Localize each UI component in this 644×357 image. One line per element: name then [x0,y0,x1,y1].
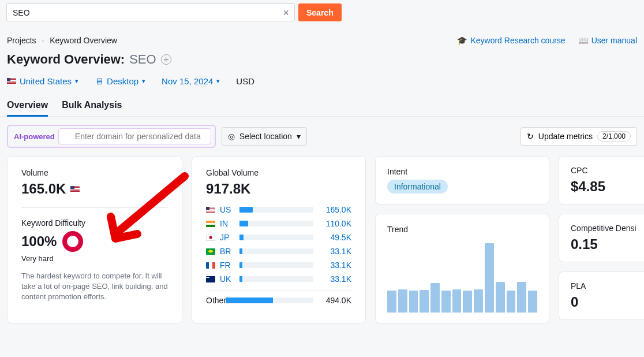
clear-icon[interactable]: × [283,8,289,18]
country-volume: 33.1K [318,274,351,284]
update-metrics-button[interactable]: ↻ Update metrics 2/1,000 [521,127,637,146]
volume-card: Volume 165.0K Keyword Difficulty 100% Ve… [7,156,182,323]
global-volume-row[interactable]: BR33.1K [206,247,351,256]
add-keyword-icon[interactable] [161,54,171,65]
trend-bar [398,289,407,313]
bar [239,235,313,240]
cpc-value: $4.85 [571,178,639,195]
kd-value: 100% [21,233,57,250]
country-volume: 165.0K [318,205,351,214]
kd-label: Keyword Difficulty [21,218,168,228]
us-flag-icon [70,186,80,192]
date-filter-label: Nov 15, 2024 [162,76,213,86]
competitive-density-card: Competitive Densi 0.15 [559,214,644,262]
trend-bar [517,282,526,313]
graduation-cap-icon: 🎓 [457,36,467,45]
uk-flag-icon [206,276,215,282]
country-volume: 110.0K [318,219,351,228]
global-volume-row[interactable]: IN110.0K [206,219,351,228]
country-code: IN [220,219,235,228]
kd-ring-icon [62,231,83,252]
us-flag-icon [206,207,215,213]
ai-powered-label: AI-powered [14,132,55,141]
bar [239,276,313,282]
intent-card: Intent Informational [375,156,549,204]
pla-label: PLA [571,281,639,291]
trend-bar [441,291,451,313]
country-volume: 49.5K [318,233,351,242]
device-filter-label: Desktop [107,76,138,86]
global-volume-row[interactable]: UK33.1K [206,274,351,284]
pla-value: 0 [571,294,639,310]
page-title: Keyword Overview: [7,52,125,67]
cpc-card: CPC $4.85 [559,156,644,204]
course-link-label: Keyword Research course [470,36,565,45]
book-icon: 📖 [578,36,588,45]
search-button[interactable]: Search [298,3,342,21]
kd-description: The hardest keyword to compete for. It w… [21,271,168,303]
location-select[interactable]: ◎ Select location ▾ [222,127,307,146]
device-filter[interactable]: 🖥 Desktop ▾ [95,76,145,86]
global-volume-row[interactable]: FR33.1K [206,261,351,270]
global-volume-other-row: Other 494.0K [206,296,351,305]
domain-input[interactable] [58,128,211,144]
trend-bar [420,290,429,313]
trend-bar [485,243,494,313]
kd-tag: Very hard [21,254,168,263]
pla-card: PLA 0 [559,272,644,320]
trend-card: Trend [375,214,549,323]
other-value: 494.0K [318,296,351,305]
page-title-keyword: SEO [129,52,156,67]
jp-flag-icon [206,235,215,241]
other-label: Other [206,296,221,305]
chevron-down-icon: ▾ [75,77,78,85]
bar [239,221,313,226]
country-volume: 33.1K [318,247,351,256]
course-link[interactable]: 🎓 Keyword Research course [457,36,565,45]
country-volume: 33.1K [318,261,351,270]
global-volume-label: Global Volume [206,168,351,177]
breadcrumb-root[interactable]: Projects [7,36,36,45]
fr-flag-icon [206,262,215,269]
search-wrap: × [6,3,295,21]
target-icon: ◎ [228,132,235,141]
global-volume-row[interactable]: US165.0K [206,205,351,214]
volume-value: 165.0K [21,181,168,197]
tab-bulk-analysis[interactable]: Bulk Analysis [62,100,122,116]
chevron-down-icon: ▾ [142,77,145,85]
update-count: 2/1,000 [597,131,631,142]
country-code: BR [220,247,235,256]
global-volume-row[interactable]: JP49.5K [206,233,351,242]
bar [239,262,313,268]
bar [239,207,313,213]
manual-link[interactable]: 📖 User manual [578,36,637,45]
comp-value: 0.15 [571,236,639,252]
intent-pill: Informational [387,180,448,194]
comp-label: Competitive Densi [571,224,639,233]
country-code: JP [220,233,235,242]
trend-bar [474,289,483,313]
date-filter[interactable]: Nov 15, 2024 ▾ [162,76,220,86]
chevron-right-icon: › [42,37,44,44]
br-flag-icon [206,248,215,255]
chevron-down-icon: ▾ [297,132,301,141]
trend-bar [409,291,418,313]
desktop-icon: 🖥 [95,76,103,86]
update-metrics-label: Update metrics [538,132,593,141]
trend-chart [387,237,537,313]
trend-bar [452,289,462,313]
country-filter[interactable]: United States ▾ [7,76,78,86]
global-volume-card: Global Volume 917.8K US165.0KIN110.0KJP4… [192,156,366,323]
country-filter-label: United States [20,76,72,86]
volume-label: Volume [21,168,168,177]
trend-bar [507,291,516,313]
country-code: FR [220,261,235,270]
manual-link-label: User manual [591,36,637,45]
country-code: UK [220,274,235,284]
tab-overview[interactable]: Overview [7,100,48,116]
search-input[interactable] [6,3,295,21]
cpc-label: CPC [571,166,639,175]
global-volume-value: 917.8K [206,181,351,197]
trend-bar [496,282,505,313]
country-code: US [220,205,235,214]
